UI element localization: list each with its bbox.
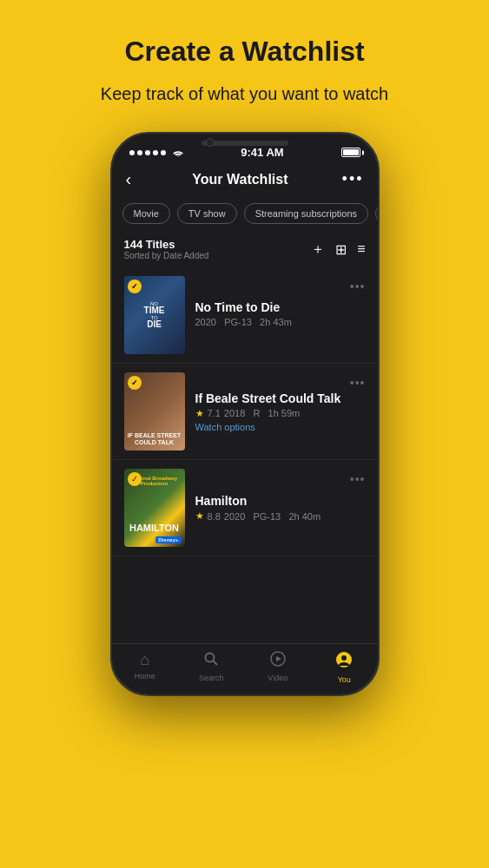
poster-3: ✓ Original Broadway Production HAMILTON …: [124, 469, 185, 547]
tab-video[interactable]: Video: [245, 651, 312, 684]
poster-1: ✓ NO TIME TO DIE: [124, 276, 185, 354]
movie-item-3[interactable]: ✓ Original Broadway Production HAMILTON …: [112, 460, 378, 556]
movie-rating-3: ★ 8.8 2020 PG-13 2h 40m: [195, 510, 350, 522]
tab-movie[interactable]: Movie: [122, 203, 170, 224]
movie-title-1: No Time to Die: [195, 300, 350, 314]
nav-bar: ‹ Your Watchlist •••: [112, 162, 378, 196]
svg-marker-3: [276, 656, 281, 661]
rating-value-3: 8.8: [208, 511, 221, 522]
poster-ntd-text: NO TIME TO DIE: [124, 276, 185, 354]
star-icon-3: ★: [195, 510, 204, 522]
movie-meta-1: 2020 PG-13 2h 43m: [195, 317, 350, 327]
movie-item-2[interactable]: ✓ IF BEALE STREET COULD TALK If Beale St…: [112, 364, 378, 460]
phone-camera: [206, 138, 215, 147]
phone-screen: 9:41 AM ‹ Your Watchlist ••• Movie: [112, 134, 378, 694]
status-bar: 9:41 AM: [112, 134, 378, 162]
tab-you-label: You: [338, 675, 351, 684]
hamilton-logo: HAMILTON: [128, 523, 182, 533]
titles-actions: ＋ ⊞ ≡: [311, 240, 365, 259]
dot-2: [137, 150, 142, 155]
item-more-3[interactable]: •••: [350, 469, 366, 486]
top-text-area: Create a Watchlist Keep track of what yo…: [75, 0, 414, 123]
battery-icon: [341, 148, 360, 157]
star-icon-2: ★: [195, 408, 204, 419]
search-icon: [203, 651, 219, 671]
back-button[interactable]: ‹: [126, 169, 132, 189]
movie-title-3: Hamilton: [195, 494, 350, 508]
dot-1: [129, 150, 135, 155]
poster2-text: IF BEALE STREET COULD TALK: [128, 432, 182, 445]
dot-3: [145, 150, 150, 155]
checkmark-2: ✓: [128, 376, 142, 390]
you-icon: [335, 651, 353, 673]
movie-info-2: If Beale Street Could Talk ★ 7.1 2018 R …: [185, 391, 350, 432]
video-icon: [270, 651, 286, 671]
main-title: Create a Watchlist: [101, 35, 388, 68]
movie-info-1: No Time to Die 2020 PG-13 2h 43m: [185, 300, 350, 330]
tab-video-label: Video: [268, 674, 287, 682]
tab-search-label: Search: [199, 674, 224, 682]
status-right: [341, 148, 360, 157]
svg-line-1: [214, 661, 218, 666]
more-button[interactable]: •••: [342, 170, 364, 188]
watch-options-2[interactable]: Watch options: [195, 422, 350, 432]
svg-point-5: [341, 655, 347, 661]
phone-outer: 9:41 AM ‹ Your Watchlist ••• Movie: [110, 132, 380, 696]
tab-tvshow[interactable]: TV show: [177, 203, 237, 224]
tab-you[interactable]: You: [311, 651, 378, 684]
movie-rating-2: ★ 7.1 2018 R 1h 59m: [195, 408, 350, 419]
poster-2: ✓ IF BEALE STREET COULD TALK: [124, 372, 185, 450]
tab-search[interactable]: Search: [178, 651, 245, 684]
item-more-1[interactable]: •••: [350, 276, 366, 293]
tab-streaming[interactable]: Streaming subscriptions: [244, 203, 368, 224]
movie-title-2: If Beale Street Could Talk: [195, 391, 350, 405]
phone-notch: [202, 141, 288, 146]
nav-title: Your Watchlist: [138, 172, 341, 187]
rating-value-2: 7.1: [208, 408, 221, 418]
movie-info-3: Hamilton ★ 8.8 2020 PG-13 2h 40m: [185, 494, 350, 522]
titles-count: 144 Titles: [124, 238, 209, 251]
add-icon[interactable]: ＋: [311, 240, 325, 259]
tab-more[interactable]: S: [375, 203, 377, 224]
item-more-2[interactable]: •••: [350, 372, 366, 390]
wifi-icon: [172, 148, 184, 157]
disney-badge: Disney+: [155, 536, 181, 543]
hamilton-subtitle: Original Broadway Production: [124, 476, 185, 486]
movie-meta-3: 2020 PG-13 2h 40m: [224, 511, 320, 522]
status-time: 9:41 AM: [241, 146, 283, 159]
page-background: Create a Watchlist Keep track of what yo…: [0, 0, 489, 868]
sub-title: Keep track of what you want to watch: [101, 82, 388, 106]
signal-dots: [129, 148, 184, 157]
movie-item-1[interactable]: ✓ NO TIME TO DIE No Time to Die 2020 PG-…: [112, 267, 378, 364]
grid-icon[interactable]: ⊞: [335, 241, 347, 258]
battery-fill: [343, 149, 359, 155]
filter-tabs: Movie TV show Streaming subscriptions S: [112, 196, 378, 231]
titles-info: 144 Titles Sorted by Date Added: [124, 238, 209, 260]
filter-icon[interactable]: ≡: [357, 241, 365, 257]
titles-sort: Sorted by Date Added: [124, 251, 209, 260]
phone-mockup: 9:41 AM ‹ Your Watchlist ••• Movie: [110, 132, 380, 705]
tab-bar: ⌂ Home Search: [112, 643, 378, 694]
home-icon: ⌂: [140, 651, 149, 669]
dot-5: [161, 150, 166, 155]
movie-list: ✓ NO TIME TO DIE No Time to Die 2020 PG-…: [112, 267, 378, 643]
movie-meta-2: 2018 R 1h 59m: [224, 408, 300, 418]
titles-bar: 144 Titles Sorted by Date Added ＋ ⊞ ≡: [112, 231, 378, 267]
svg-point-0: [206, 654, 215, 662]
tab-home[interactable]: ⌂ Home: [112, 651, 179, 684]
dot-4: [153, 150, 158, 155]
tab-home-label: Home: [135, 672, 155, 681]
